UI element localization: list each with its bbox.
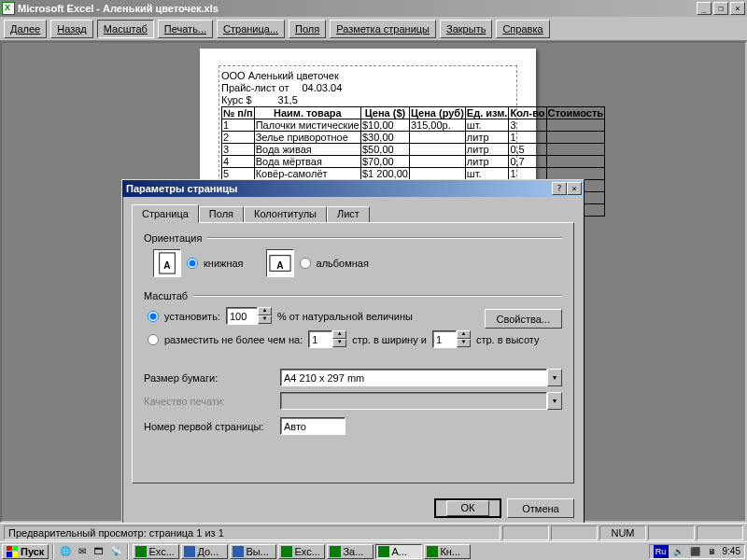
print-quality-combo: ▼ [280,392,562,410]
clock[interactable]: 9:45 [723,546,740,556]
task-button[interactable]: А... [375,544,422,559]
scale-percent-spinner[interactable]: ▲▼ [226,307,272,325]
tab-panel-page: Ориентация A книжная A альбомная Свойств… [132,222,574,483]
ql-channels-icon[interactable]: 📡 [108,544,123,559]
ql-outlook-icon[interactable]: ✉ [75,544,90,559]
excel-icon [2,2,15,15]
svg-text:A: A [163,260,171,271]
restore-button[interactable]: ❐ [713,2,728,15]
minimize-button[interactable]: _ [697,2,712,15]
spin-up[interactable]: ▲ [457,330,471,339]
fit-mid-label: стр. в ширину и [352,334,427,345]
ql-desktop-icon[interactable]: 🗔 [92,544,106,559]
scale-label: Масштаб [144,290,188,301]
landscape-icon: A [266,249,294,277]
spin-down[interactable]: ▼ [457,339,471,347]
task-button[interactable]: За... [327,544,374,559]
print-quality-label: Качество печати: [144,396,275,407]
dialog-close-button[interactable]: × [567,182,582,195]
task-button[interactable]: До... [181,544,228,559]
tray-volume-icon[interactable]: 🔊 [672,545,685,558]
tray-app-icon[interactable]: ⬛ [689,545,702,558]
start-button[interactable]: Пуск [2,544,49,559]
tray-display-icon[interactable]: 🖥 [706,545,719,558]
ok-button[interactable]: ОК [434,498,501,518]
scale-set-radio[interactable] [148,311,159,322]
tab-headerfooter[interactable]: Колонтитулы [244,206,327,222]
cancel-button[interactable]: Отмена [507,498,574,518]
main-titlebar: Microsoft Excel - Аленький цветочек.xls … [0,0,747,17]
fit-height-input[interactable] [432,330,457,348]
task-button[interactable]: Кн... [424,544,471,559]
page-setup-dialog: Параметры страницы ? × Страница Поля Кол… [121,179,585,526]
tab-margins[interactable]: Поля [199,206,244,222]
portrait-radio[interactable] [187,258,198,269]
close-button[interactable]: × [730,2,745,15]
margins-button[interactable]: Поля [289,20,326,38]
status-text: Предварительный просмотр: страница 1 из … [4,525,500,540]
close-preview-button[interactable]: Закрыть [440,20,492,38]
portrait-icon: A [153,249,181,277]
status-empty2 [551,525,598,540]
orientation-label: Ориентация [144,232,202,244]
taskbar: Пуск 🌐 ✉ 🗔 📡 Exc...До...Вы...Exc...За...… [0,541,747,560]
portrait-radio-label: книжная [204,258,244,269]
print-button[interactable]: Печать... [158,20,213,38]
paper-size-combo[interactable]: ▼ [280,369,562,386]
scale-fit-label: разместить не более чем на: [164,334,303,345]
first-page-label: Номер первой страницы: [144,421,275,432]
fit-width-input[interactable] [308,330,332,348]
spin-down[interactable]: ▼ [332,339,346,347]
ql-ie-icon[interactable]: 🌐 [58,544,73,559]
tab-sheet[interactable]: Лист [327,206,370,222]
dialog-title: Параметры страницы [124,183,552,194]
paper-size-drop[interactable]: ▼ [547,369,562,386]
status-empty4 [697,525,743,540]
statusbar: Предварительный просмотр: страница 1 из … [0,523,747,541]
system-tray: Ru 🔊 ⬛ 🖥 9:45 [649,544,745,559]
scale-fit-radio[interactable] [148,334,159,345]
prev-button[interactable]: Назад [50,20,93,38]
window-title: Microsoft Excel - Аленький цветочек.xls [18,3,697,14]
landscape-radio-label: альбомная [317,258,369,269]
tab-page[interactable]: Страница [132,204,199,223]
dialog-help-button[interactable]: ? [552,182,567,195]
properties-button[interactable]: Свойства... [485,309,562,329]
preview-toolbar: Далее Назад Масштаб Печать... Страница..… [0,17,747,41]
svg-text:A: A [276,260,284,271]
task-button[interactable]: Exc... [133,544,179,559]
task-button[interactable]: Exc... [278,544,325,559]
paper-size-input[interactable] [280,369,547,386]
print-quality-input [280,392,547,410]
company-name: ООО Аленький цветочек [221,70,339,81]
fit-suffix-label: стр. в высоту [476,334,540,345]
spin-down[interactable]: ▼ [258,315,272,324]
page-setup-button[interactable]: Страница... [217,20,285,38]
pagebreak-button[interactable]: Разметка страницы [330,20,436,38]
windows-logo-icon [7,546,18,557]
spin-up[interactable]: ▲ [332,330,346,339]
zoom-button[interactable]: Масштаб [97,20,154,38]
fit-width-spinner[interactable]: ▲▼ [308,330,346,348]
scale-set-label: установить: [164,311,220,322]
status-empty1 [502,525,549,540]
task-button[interactable]: Вы... [230,544,276,559]
language-indicator[interactable]: Ru [654,545,669,558]
scale-percent-input[interactable] [226,307,258,325]
status-empty3 [648,525,695,540]
dialog-titlebar[interactable]: Параметры страницы ? × [122,180,584,197]
dialog-tabs: Страница Поля Колонтитулы Лист [132,204,574,222]
help-button[interactable]: Справка [496,20,549,38]
first-page-input[interactable] [280,417,345,435]
landscape-radio[interactable] [300,258,311,269]
print-quality-drop: ▼ [547,392,562,410]
next-button[interactable]: Далее [4,20,47,38]
spin-up[interactable]: ▲ [258,307,272,315]
status-num: NUM [599,525,646,540]
paper-size-label: Размер бумаги: [144,372,275,384]
scale-set-suffix: % от натуральной величины [277,311,413,322]
fit-height-spinner[interactable]: ▲▼ [432,330,471,348]
